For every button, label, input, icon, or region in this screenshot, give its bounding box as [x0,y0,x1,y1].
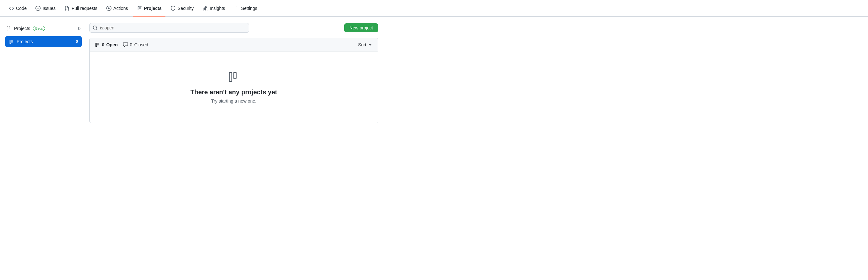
new-project-button[interactable]: New project [344,23,378,32]
sidebar-header-label: Projects [14,26,30,31]
insights-icon [203,6,208,11]
sidebar-projects-icon [6,26,11,31]
nav-item-settings-label: Settings [241,6,257,11]
top-nav: Code Issues Pull requests Actions Projec… [0,0,868,17]
nav-item-projects-label: Projects [144,6,162,11]
closed-tab-icon [123,42,128,47]
tab-open[interactable]: 0 Open [95,42,118,47]
search-icon [93,25,98,30]
settings-icon [234,6,239,11]
sort-chevron-icon [368,42,373,47]
nav-item-actions-label: Actions [113,6,128,11]
nav-item-pull-requests-label: Pull requests [71,6,97,11]
nav-item-code-label: Code [16,6,27,11]
main-layout: Projects Beta 0 Projects 0 is:open [0,17,383,130]
issues-icon [35,6,40,11]
open-tab-icon [95,42,100,47]
closed-label: Closed [134,42,148,47]
nav-item-insights[interactable]: Insights [199,0,229,16]
open-label: Open [106,42,118,47]
search-wrap: is:open [89,23,249,33]
search-input[interactable]: is:open [89,23,249,33]
nav-item-actions[interactable]: Actions [102,0,132,16]
main-content: is:open New project 0 Open [89,23,378,123]
sidebar-item-projects[interactable]: Projects 0 [5,36,82,47]
sort-label: Sort [358,42,366,47]
nav-item-pull-requests[interactable]: Pull requests [61,0,101,16]
sidebar-item-projects-label: Projects [17,39,33,44]
projects-panel: 0 Open 0 Closed Sort [89,38,378,123]
panel-tabs: 0 Open 0 Closed [95,42,148,47]
nav-item-settings[interactable]: Settings [230,0,261,16]
sidebar-header: Projects Beta 0 [5,23,82,33]
nav-item-security-label: Security [178,6,194,11]
nav-item-issues[interactable]: Issues [32,0,59,16]
projects-nav-icon [137,6,142,11]
pull-requests-icon [64,6,70,11]
panel-header: 0 Open 0 Closed Sort [90,38,378,52]
sort-button[interactable]: Sort [358,42,373,47]
sidebar-item-projects-count: 0 [76,39,78,44]
nav-item-insights-label: Insights [210,6,225,11]
content-header: is:open New project [89,23,378,33]
code-icon [9,6,14,11]
sidebar-item-projects-icon [9,39,14,44]
open-count: 0 [102,42,104,47]
empty-state-icon [227,71,240,83]
nav-item-security[interactable]: Security [167,0,198,16]
closed-count: 0 [130,42,132,47]
security-icon [170,6,176,11]
actions-icon [106,6,112,11]
beta-badge: Beta [33,26,45,31]
empty-title: There aren't any projects yet [190,88,277,96]
empty-state: There aren't any projects yet Try starti… [90,52,378,123]
sidebar-total-count: 0 [78,26,81,31]
tab-closed[interactable]: 0 Closed [123,42,148,47]
nav-item-projects[interactable]: Projects [133,0,165,16]
empty-subtitle: Try starting a new one. [211,99,256,104]
nav-item-code[interactable]: Code [5,0,30,16]
nav-item-issues-label: Issues [42,6,55,11]
sidebar: Projects Beta 0 Projects 0 [5,23,82,123]
